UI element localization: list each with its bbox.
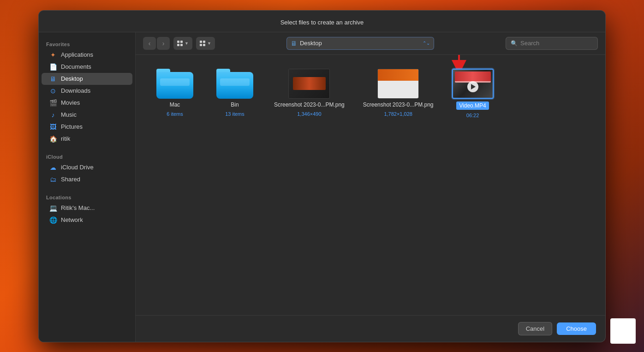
sidebar-item-label: Pictures	[61, 123, 83, 130]
search-box[interactable]: 🔍	[506, 37, 598, 50]
choose-button[interactable]: Choose	[557, 322, 596, 335]
bin-folder-icon	[216, 69, 253, 99]
screenshot2-meta: 1,782×1,028	[384, 111, 412, 117]
sidebar-item-shared[interactable]: 🗂 Shared	[42, 173, 132, 185]
screenshot1-meta: 1,346×490	[297, 111, 321, 117]
back-button[interactable]: ‹	[143, 37, 156, 50]
nav-buttons: ‹ ›	[143, 37, 170, 50]
sidebar-item-icloud-drive[interactable]: ☁ iCloud Drive	[42, 161, 132, 173]
dialog-title: Select files to create an archive	[280, 19, 364, 26]
sidebar-item-downloads[interactable]: ⊙ Downloads	[42, 85, 132, 97]
cancel-button[interactable]: Cancel	[518, 322, 552, 335]
sidebar-item-documents[interactable]: 📄 Documents	[42, 61, 132, 73]
sidebar: Favorites ✦ Applications 📄 Documents 🖥 D…	[39, 32, 136, 342]
desktop-folder-icon: 🖥	[291, 40, 297, 47]
icloud-label: iCloud	[39, 150, 135, 161]
chevron-down-icon: ▼	[185, 41, 189, 46]
network-icon: 🌐	[49, 216, 57, 224]
location-arrows-icon: ⌃⌄	[423, 41, 430, 46]
sidebar-item-label: Ritik's Mac...	[61, 204, 95, 211]
shared-icon: 🗂	[49, 176, 57, 183]
bin-folder-meta: 13 items	[225, 111, 244, 117]
music-icon: ♪	[49, 111, 57, 119]
bin-folder-name: Bin	[231, 101, 239, 109]
mac-folder-name: Mac	[170, 101, 180, 109]
pictures-icon: 🖼	[49, 123, 57, 131]
forward-button[interactable]: ›	[157, 37, 170, 50]
sidebar-item-label: Downloads	[61, 87, 90, 94]
dialog-header: Select files to create an archive	[39, 11, 605, 32]
sidebar-item-label: Music	[61, 111, 77, 118]
video-meta: 06:22	[466, 113, 479, 118]
file-item-bin[interactable]: Bin 13 items	[214, 69, 256, 117]
file-item-screenshot2[interactable]: Screenshot 2023-0...PM.png 1,782×1,028	[363, 69, 434, 117]
sidebar-item-label: Shared	[61, 176, 80, 183]
grid-icon	[177, 41, 183, 46]
screenshot1-thumb	[288, 69, 330, 99]
file-item-video[interactable]: Video.MP4 06:22	[452, 69, 494, 118]
content-area: ‹ › ▼ ▼ 🖥 Desktop	[136, 32, 605, 342]
ritik-icon: 🏠	[49, 135, 57, 143]
video-thumb	[452, 69, 494, 99]
sidebar-item-desktop[interactable]: 🖥 Desktop	[42, 73, 132, 85]
sidebar-item-label: Desktop	[61, 75, 83, 82]
mac-icon: 💻	[49, 204, 57, 212]
view-list-button[interactable]: ▼	[196, 37, 215, 50]
view-icon-button[interactable]: ▼	[173, 37, 192, 50]
sidebar-item-ritiks-mac[interactable]: 💻 Ritik's Mac...	[42, 202, 132, 214]
favorites-label: Favorites	[39, 38, 135, 49]
desktop-icon: 🖥	[49, 75, 57, 83]
sidebar-item-label: Network	[61, 216, 83, 223]
location-picker[interactable]: 🖥 Desktop ⌃⌄	[286, 37, 434, 50]
location-label: Desktop	[300, 40, 420, 47]
icloud-drive-icon: ☁	[49, 164, 57, 171]
sidebar-item-applications[interactable]: ✦ Applications	[42, 49, 132, 61]
video-play-button	[467, 81, 478, 92]
sidebar-item-label: iCloud Drive	[61, 164, 94, 171]
sidebar-item-label: Applications	[61, 51, 93, 58]
sidebar-item-network[interactable]: 🌐 Network	[42, 214, 132, 226]
video-inner	[453, 70, 493, 98]
sidebar-item-music[interactable]: ♪ Music	[42, 109, 132, 121]
sidebar-item-label: Documents	[61, 63, 91, 70]
bottom-bar: Cancel Choose	[136, 315, 605, 342]
sidebar-item-ritik[interactable]: 🏠 ritik	[42, 133, 132, 145]
search-icon: 🔍	[511, 40, 518, 47]
list-icon	[200, 41, 205, 46]
applications-icon: ✦	[49, 51, 57, 59]
sidebar-item-pictures[interactable]: 🖼 Pictures	[42, 121, 132, 133]
screenshot2-thumb	[377, 69, 419, 99]
documents-icon: 📄	[49, 63, 57, 71]
mac-folder-icon	[156, 69, 193, 99]
chevron-down-icon2: ▼	[207, 41, 211, 46]
video-name: Video.MP4	[456, 101, 489, 110]
sidebar-item-label: Movies	[61, 99, 80, 106]
sidebar-item-movies[interactable]: 🎬 Movies	[42, 97, 132, 109]
movies-icon: 🎬	[49, 99, 57, 107]
screenshot2-name: Screenshot 2023-0...PM.png	[363, 101, 434, 109]
file-item-screenshot1[interactable]: Screenshot 2023-0...PM.png 1,346×490	[274, 69, 345, 117]
locations-label: Locations	[39, 191, 135, 202]
file-grid: Mac 6 items Bin 13 items	[136, 55, 605, 315]
screenshot1-name: Screenshot 2023-0...PM.png	[274, 101, 345, 109]
sidebar-item-label: ritik	[61, 135, 70, 142]
corner-square	[610, 318, 636, 344]
mac-folder-meta: 6 items	[167, 111, 183, 117]
toolbar: ‹ › ▼ ▼ 🖥 Desktop	[136, 32, 605, 55]
search-input[interactable]	[520, 40, 593, 47]
downloads-icon: ⊙	[49, 87, 57, 95]
file-item-mac[interactable]: Mac 6 items	[154, 69, 196, 117]
